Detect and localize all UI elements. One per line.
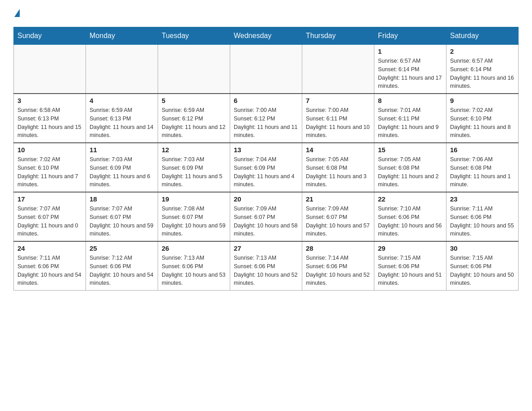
day-of-week-header: Friday [374,27,446,45]
calendar-cell: 11Sunrise: 7:03 AMSunset: 6:09 PMDayligh… [86,143,158,192]
day-info: Sunrise: 7:07 AMSunset: 6:07 PMDaylight:… [90,205,154,238]
calendar-cell: 29Sunrise: 7:15 AMSunset: 6:06 PMDayligh… [374,241,446,291]
day-info: Sunrise: 7:04 AMSunset: 6:09 PMDaylight:… [234,155,298,189]
calendar-cell: 22Sunrise: 7:10 AMSunset: 6:06 PMDayligh… [374,192,446,241]
day-number: 29 [378,244,442,252]
day-number: 11 [90,146,154,154]
day-info: Sunrise: 7:01 AMSunset: 6:11 PMDaylight:… [378,106,442,140]
calendar-cell: 19Sunrise: 7:08 AMSunset: 6:07 PMDayligh… [158,192,230,241]
calendar-week-row: 24Sunrise: 7:11 AMSunset: 6:06 PMDayligh… [14,241,519,291]
day-info: Sunrise: 7:15 AMSunset: 6:06 PMDaylight:… [450,254,515,287]
day-of-week-header: Tuesday [158,27,230,45]
day-number: 13 [234,146,298,154]
calendar-cell: 8Sunrise: 7:01 AMSunset: 6:11 PMDaylight… [374,94,446,143]
day-number: 14 [306,146,370,154]
page-header [13,9,519,18]
calendar-cell: 25Sunrise: 7:12 AMSunset: 6:06 PMDayligh… [86,241,158,291]
day-info: Sunrise: 7:07 AMSunset: 6:07 PMDaylight:… [17,205,82,238]
calendar-cell [14,45,86,94]
day-info: Sunrise: 7:02 AMSunset: 6:10 PMDaylight:… [450,106,515,140]
day-info: Sunrise: 7:14 AMSunset: 6:06 PMDaylight:… [306,254,370,287]
day-info: Sunrise: 7:08 AMSunset: 6:07 PMDaylight:… [162,205,226,238]
day-number: 26 [162,244,226,252]
day-info: Sunrise: 7:03 AMSunset: 6:09 PMDaylight:… [162,155,226,189]
calendar-cell: 2Sunrise: 6:57 AMSunset: 6:14 PMDaylight… [446,45,519,94]
day-info: Sunrise: 7:00 AMSunset: 6:11 PMDaylight:… [306,106,370,140]
day-info: Sunrise: 6:59 AMSunset: 6:13 PMDaylight:… [90,106,154,140]
day-info: Sunrise: 7:02 AMSunset: 6:10 PMDaylight:… [17,155,82,189]
calendar-cell: 6Sunrise: 7:00 AMSunset: 6:12 PMDaylight… [230,94,302,143]
day-info: Sunrise: 7:10 AMSunset: 6:06 PMDaylight:… [378,205,442,238]
day-info: Sunrise: 7:15 AMSunset: 6:06 PMDaylight:… [378,254,442,287]
logo-triangle-icon [14,9,20,17]
calendar-cell: 9Sunrise: 7:02 AMSunset: 6:10 PMDaylight… [446,94,519,143]
day-number: 10 [17,146,82,154]
calendar-cell: 13Sunrise: 7:04 AMSunset: 6:09 PMDayligh… [230,143,302,192]
calendar-cell [86,45,158,94]
calendar-week-row: 1Sunrise: 6:57 AMSunset: 6:14 PMDaylight… [14,45,519,94]
calendar-week-row: 10Sunrise: 7:02 AMSunset: 6:10 PMDayligh… [14,143,519,192]
calendar-cell: 3Sunrise: 6:58 AMSunset: 6:13 PMDaylight… [14,94,86,143]
day-number: 12 [162,146,226,154]
calendar-cell: 21Sunrise: 7:09 AMSunset: 6:07 PMDayligh… [302,192,374,241]
day-number: 1 [378,47,442,55]
day-info: Sunrise: 6:57 AMSunset: 6:14 PMDaylight:… [378,57,442,90]
day-number: 9 [450,97,515,104]
day-number: 2 [450,47,515,55]
day-number: 5 [162,97,226,104]
calendar-cell: 4Sunrise: 6:59 AMSunset: 6:13 PMDaylight… [86,94,158,143]
calendar-cell: 24Sunrise: 7:11 AMSunset: 6:06 PMDayligh… [14,241,86,291]
day-info: Sunrise: 6:59 AMSunset: 6:12 PMDaylight:… [162,106,226,140]
calendar-cell: 17Sunrise: 7:07 AMSunset: 6:07 PMDayligh… [14,192,86,241]
calendar-cell: 28Sunrise: 7:14 AMSunset: 6:06 PMDayligh… [302,241,374,291]
calendar-week-row: 3Sunrise: 6:58 AMSunset: 6:13 PMDaylight… [14,94,519,143]
day-info: Sunrise: 7:00 AMSunset: 6:12 PMDaylight:… [234,106,298,140]
day-number: 8 [378,97,442,104]
day-number: 15 [378,146,442,154]
calendar-cell [230,45,302,94]
day-info: Sunrise: 7:06 AMSunset: 6:08 PMDaylight:… [450,155,515,189]
day-of-week-header: Monday [86,27,158,45]
calendar-cell: 14Sunrise: 7:05 AMSunset: 6:08 PMDayligh… [302,143,374,192]
calendar-cell: 15Sunrise: 7:05 AMSunset: 6:08 PMDayligh… [374,143,446,192]
calendar-cell: 5Sunrise: 6:59 AMSunset: 6:12 PMDaylight… [158,94,230,143]
day-number: 20 [234,195,298,203]
calendar-cell [302,45,374,94]
day-number: 23 [450,195,515,203]
day-info: Sunrise: 7:13 AMSunset: 6:06 PMDaylight:… [234,254,298,287]
calendar-cell: 7Sunrise: 7:00 AMSunset: 6:11 PMDaylight… [302,94,374,143]
calendar-cell: 18Sunrise: 7:07 AMSunset: 6:07 PMDayligh… [86,192,158,241]
day-number: 16 [450,146,515,154]
calendar-cell: 1Sunrise: 6:57 AMSunset: 6:14 PMDaylight… [374,45,446,94]
logo [13,9,20,18]
day-number: 21 [306,195,370,203]
day-number: 25 [90,244,154,252]
day-info: Sunrise: 7:09 AMSunset: 6:07 PMDaylight:… [306,205,370,238]
day-of-week-header: Thursday [302,27,374,45]
day-number: 30 [450,244,515,252]
day-number: 28 [306,244,370,252]
calendar-cell: 12Sunrise: 7:03 AMSunset: 6:09 PMDayligh… [158,143,230,192]
day-number: 22 [378,195,442,203]
day-info: Sunrise: 7:05 AMSunset: 6:08 PMDaylight:… [378,155,442,189]
calendar-cell: 23Sunrise: 7:11 AMSunset: 6:06 PMDayligh… [446,192,519,241]
day-number: 19 [162,195,226,203]
day-info: Sunrise: 7:13 AMSunset: 6:06 PMDaylight:… [162,254,226,287]
day-number: 4 [90,97,154,104]
day-of-week-header: Sunday [14,27,86,45]
day-info: Sunrise: 6:57 AMSunset: 6:14 PMDaylight:… [450,57,515,90]
day-number: 3 [17,97,82,104]
calendar-cell: 10Sunrise: 7:02 AMSunset: 6:10 PMDayligh… [14,143,86,192]
day-info: Sunrise: 7:12 AMSunset: 6:06 PMDaylight:… [90,254,154,287]
day-info: Sunrise: 7:11 AMSunset: 6:06 PMDaylight:… [17,254,82,287]
calendar-header-row: SundayMondayTuesdayWednesdayThursdayFrid… [14,27,519,45]
calendar-cell [158,45,230,94]
day-of-week-header: Wednesday [230,27,302,45]
calendar-cell: 30Sunrise: 7:15 AMSunset: 6:06 PMDayligh… [446,241,519,291]
calendar-week-row: 17Sunrise: 7:07 AMSunset: 6:07 PMDayligh… [14,192,519,241]
day-info: Sunrise: 7:09 AMSunset: 6:07 PMDaylight:… [234,205,298,238]
calendar-cell: 16Sunrise: 7:06 AMSunset: 6:08 PMDayligh… [446,143,519,192]
day-info: Sunrise: 6:58 AMSunset: 6:13 PMDaylight:… [17,106,82,140]
day-number: 17 [17,195,82,203]
day-number: 7 [306,97,370,104]
